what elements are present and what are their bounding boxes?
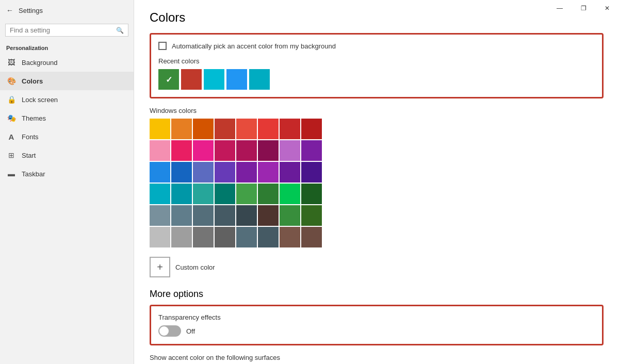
color-row-2	[150, 162, 604, 183]
color-cell[interactable]	[280, 119, 300, 139]
sidebar-item-start[interactable]: ⊞ Start	[0, 146, 134, 164]
close-button[interactable]: ✕	[595, 0, 619, 16]
color-cell[interactable]	[301, 140, 322, 161]
search-box[interactable]: 🔍	[5, 24, 128, 37]
color-cell[interactable]	[258, 184, 279, 204]
color-cell[interactable]	[150, 227, 170, 247]
sidebar-item-lock-screen[interactable]: 🔒 Lock screen	[0, 90, 134, 109]
page-title: Colors	[150, 10, 604, 25]
color-cell[interactable]	[150, 184, 170, 204]
color-cell[interactable]	[280, 162, 300, 183]
color-cell[interactable]	[236, 119, 257, 139]
color-cell[interactable]	[236, 227, 257, 247]
color-cell[interactable]	[280, 140, 300, 161]
transparency-toggle[interactable]	[158, 325, 181, 337]
personalization-label: Personalization	[0, 40, 134, 53]
color-cell[interactable]	[193, 227, 214, 247]
recent-swatch-3[interactable]	[226, 69, 247, 90]
color-cell[interactable]	[301, 184, 322, 204]
colors-label: Colors	[22, 77, 43, 85]
color-cell[interactable]	[215, 140, 235, 161]
minimize-button[interactable]: —	[548, 0, 572, 16]
color-cell[interactable]	[301, 162, 322, 183]
color-cell[interactable]	[171, 140, 192, 161]
color-cell[interactable]	[193, 162, 214, 183]
color-cell[interactable]	[193, 184, 214, 204]
color-cell[interactable]	[258, 119, 279, 139]
custom-color-button[interactable]: + Custom color	[150, 254, 215, 280]
color-cell[interactable]	[215, 227, 235, 247]
color-cell[interactable]	[150, 119, 170, 139]
back-button[interactable]: ←	[6, 6, 13, 14]
sidebar-item-colors[interactable]: 🎨 Colors	[0, 72, 134, 90]
sidebar: ← Settings 🔍 Personalization 🖼 Backgroun…	[0, 0, 134, 364]
color-cell[interactable]	[171, 162, 192, 183]
color-cell[interactable]	[280, 205, 300, 226]
color-cell[interactable]	[258, 162, 279, 183]
color-cell[interactable]	[301, 227, 322, 247]
themes-label: Themes	[22, 114, 46, 122]
main-content: — ❐ ✕ Colors Automatically pick an accen…	[134, 0, 619, 364]
accent-checkbox-label: Automatically pick an accent color from …	[172, 42, 336, 50]
recent-swatch-1[interactable]	[181, 69, 202, 90]
transparency-box: Transparency effects Off	[150, 305, 604, 345]
color-cell[interactable]	[193, 140, 214, 161]
color-cell[interactable]	[150, 162, 170, 183]
color-cell[interactable]	[258, 140, 279, 161]
custom-color-label: Custom color	[175, 263, 215, 271]
color-cell[interactable]	[215, 184, 235, 204]
color-row-4	[150, 205, 604, 226]
start-label: Start	[22, 152, 36, 159]
search-input[interactable]	[10, 26, 116, 34]
color-cell[interactable]	[150, 140, 170, 161]
color-cell[interactable]	[258, 227, 279, 247]
maximize-button[interactable]: ❐	[572, 0, 595, 16]
windows-colors-label: Windows colors	[150, 107, 604, 114]
background-label: Background	[22, 59, 57, 67]
sidebar-item-taskbar[interactable]: ▬ Taskbar	[0, 164, 134, 183]
recent-colors-label: Recent colors	[158, 57, 595, 65]
app-title: Settings	[19, 7, 43, 14]
color-cell[interactable]	[236, 205, 257, 226]
color-cell[interactable]	[301, 119, 322, 139]
color-row-5	[150, 227, 604, 247]
color-cell[interactable]	[301, 205, 322, 226]
start-icon: ⊞	[6, 150, 17, 160]
recent-swatch-4[interactable]	[249, 69, 270, 90]
color-cell[interactable]	[193, 205, 214, 226]
color-cell[interactable]	[236, 184, 257, 204]
color-cell[interactable]	[215, 205, 235, 226]
color-cell[interactable]	[280, 184, 300, 204]
toggle-state-text: Off	[186, 327, 195, 335]
color-cell[interactable]	[236, 162, 257, 183]
color-cell[interactable]	[171, 119, 192, 139]
search-icon: 🔍	[116, 27, 124, 34]
sidebar-item-background[interactable]: 🖼 Background	[0, 53, 134, 72]
color-cell[interactable]	[258, 205, 279, 226]
toggle-knob	[159, 326, 169, 336]
color-cell[interactable]	[215, 162, 235, 183]
colors-icon: 🎨	[6, 76, 17, 86]
color-cell[interactable]	[280, 227, 300, 247]
color-cell[interactable]	[215, 119, 235, 139]
color-cell[interactable]	[150, 205, 170, 226]
transparency-label: Transparency effects	[158, 313, 595, 321]
more-options-title: More options	[150, 289, 604, 300]
check-mark: ✓	[166, 75, 172, 85]
color-cell[interactable]	[171, 205, 192, 226]
sidebar-item-fonts[interactable]: A Fonts	[0, 127, 134, 146]
color-cell[interactable]	[193, 119, 214, 139]
accent-checkbox[interactable]	[158, 42, 167, 50]
themes-icon: 🎭	[6, 113, 17, 123]
color-cell[interactable]	[236, 140, 257, 161]
windows-colors-grid	[150, 119, 604, 247]
lock-label: Lock screen	[22, 96, 58, 104]
recent-swatch-2[interactable]	[204, 69, 224, 90]
recent-swatch-0[interactable]: ✓	[158, 69, 179, 90]
fonts-label: Fonts	[22, 133, 39, 141]
color-cell[interactable]	[171, 227, 192, 247]
recent-colors-swatches: ✓	[158, 69, 595, 90]
toggle-row: Off	[158, 325, 595, 337]
sidebar-item-themes[interactable]: 🎭 Themes	[0, 109, 134, 127]
color-cell[interactable]	[171, 184, 192, 204]
